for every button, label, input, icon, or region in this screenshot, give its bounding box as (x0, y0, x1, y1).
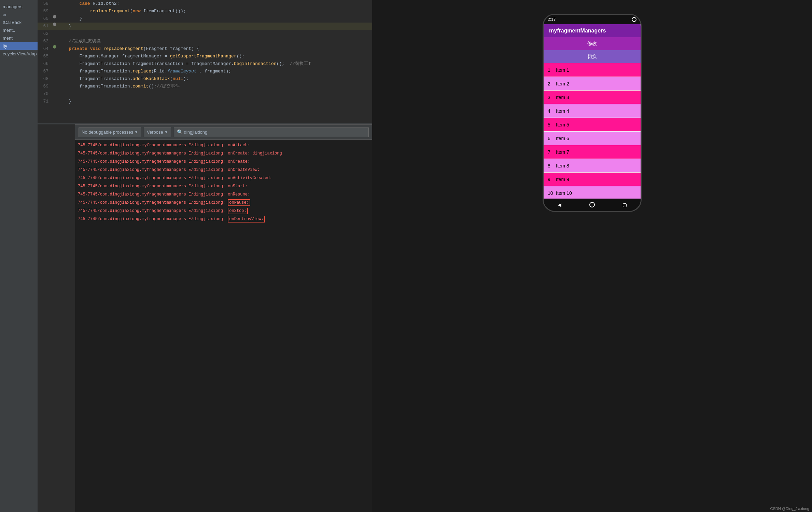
phone-nav-bar: ◀ ▢ (544, 199, 641, 211)
search-box[interactable]: 🔍 (174, 127, 369, 137)
process-label: No debuggable processes (82, 130, 133, 135)
list-item[interactable]: 9 Item 9 (544, 173, 641, 186)
nav-home-button[interactable] (589, 202, 595, 207)
list-item[interactable]: 5 Item 5 (544, 118, 641, 132)
code-line-68: 68 fragmentTransaction.addToBackStack(nu… (38, 75, 372, 83)
list-item[interactable]: 6 Item 6 (544, 132, 641, 145)
verbose-dropdown[interactable]: Verbose ▼ (144, 127, 171, 137)
log-area: 745-7745/com.dingjiaxiong.myfragmentmana… (75, 140, 372, 512)
verbose-dropdown-arrow: ▼ (165, 130, 168, 134)
code-line-71: 71 } (38, 98, 372, 105)
log-line-10: 745-7745/com.dingjiaxiong.myfragmentmana… (75, 215, 372, 223)
code-line-70: 70 (38, 90, 372, 98)
code-line-69: 69 fragmentTransaction.commit();//提交事件 (38, 83, 372, 90)
code-line-66: 66 FragmentTransaction fragmentTransacti… (38, 60, 372, 68)
phone-status-bar: 2:17 (544, 15, 641, 24)
sidebar: managers er tCallBack ment1 ment ity ecy… (0, 0, 38, 512)
log-line-1: 745-7745/com.dingjiaxiong.myfragmentmana… (75, 141, 372, 149)
code-line-67: 67 fragmentTransaction.replace(R.id.fram… (38, 68, 372, 75)
list-item[interactable]: 7 Item 7 (544, 145, 641, 159)
sidebar-item-recyclerview[interactable]: ecyclerViewAdap (0, 50, 38, 58)
search-input[interactable] (184, 130, 366, 135)
log-line-4: 745-7745/com.dingjiaxiong.myfragmentmana… (75, 166, 372, 174)
list-item[interactable]: 10 Item 10 (544, 186, 641, 199)
debug-toolbar: No debuggable processes ▼ Verbose ▼ 🔍 (75, 124, 372, 140)
list-item[interactable]: 4 Item 4 (544, 104, 641, 118)
modify-button[interactable]: 修改 (544, 37, 641, 50)
log-line-5: 745-7745/com.dingjiaxiong.myfragmentmana… (75, 174, 372, 182)
phone-time: 2:17 (548, 17, 556, 22)
code-line-64: 64 private void replaceFragment(Fragment… (38, 45, 372, 53)
sidebar-item-callback[interactable]: tCallBack (0, 18, 38, 26)
phone-icon-circle (632, 17, 636, 22)
list-item[interactable]: 3 Item 3 (544, 91, 641, 104)
log-line-9: 745-7745/com.dingjiaxiong.myfragmentmana… (75, 207, 372, 215)
process-dropdown-arrow: ▼ (135, 130, 138, 134)
app-title: myfragmentManagers (549, 28, 606, 33)
phone-panel: 2:17 myfragmentManagers 修改 切换 (372, 0, 812, 512)
verbose-label: Verbose (147, 130, 163, 135)
phone-status-icons (632, 17, 636, 22)
watermark: CSDN @Ding_Jiaxiong (770, 507, 810, 511)
log-line-8: 745-7745/com.dingjiaxiong.myfragmentmana… (75, 199, 372, 207)
code-line-61: 61 } (38, 23, 372, 30)
list-container: 1 Item 1 2 Item 2 3 Item 3 4 Item 4 (544, 63, 641, 199)
sidebar-item-ment1[interactable]: ment1 (0, 26, 38, 34)
code-editor: 58 case R.id.btn2: 59 replaceFragment(ne… (38, 0, 372, 123)
code-line-62: 62 (38, 30, 372, 38)
sidebar-item-er[interactable]: er (0, 11, 38, 18)
phone-screen: myfragmentManagers 修改 切换 1 Item 1 (544, 24, 641, 199)
list-item[interactable]: 2 Item 2 (544, 77, 641, 91)
phone-frame: 2:17 myfragmentManagers 修改 切换 (543, 14, 642, 212)
list-item[interactable]: 1 Item 1 (544, 63, 641, 77)
app-button-row: 修改 切换 (544, 37, 641, 63)
code-line-58: 58 case R.id.btn2: (38, 0, 372, 8)
app-title-bar: myfragmentManagers (544, 24, 641, 37)
switch-button[interactable]: 切换 (544, 50, 641, 63)
log-line-3: 745-7745/com.dingjiaxiong.myfragmentmana… (75, 158, 372, 166)
sidebar-item-ity[interactable]: ity (0, 42, 38, 50)
list-item[interactable]: 8 Item 8 (544, 159, 641, 173)
log-line-2: 745-7745/com.dingjiaxiong.myfragmentmana… (75, 149, 372, 158)
code-line-65: 65 FragmentManager fragmentManager = get… (38, 53, 372, 60)
code-line-60: 60 } (38, 15, 372, 23)
code-line-63: 63 //完成动态切换 (38, 38, 372, 45)
log-line-6: 745-7745/com.dingjiaxiong.myfragmentmana… (75, 182, 372, 190)
sidebar-item-ment[interactable]: ment (0, 34, 38, 42)
nav-back-button[interactable]: ◀ (558, 201, 561, 208)
nav-recent-button[interactable]: ▢ (623, 201, 627, 208)
code-line-59: 59 replaceFragment(new ItemFragment()); (38, 8, 372, 15)
sidebar-item-managers[interactable]: managers (0, 3, 38, 11)
log-line-7: 745-7745/com.dingjiaxiong.myfragmentmana… (75, 190, 372, 199)
search-icon: 🔍 (177, 129, 183, 135)
process-dropdown[interactable]: No debuggable processes ▼ (79, 127, 141, 137)
